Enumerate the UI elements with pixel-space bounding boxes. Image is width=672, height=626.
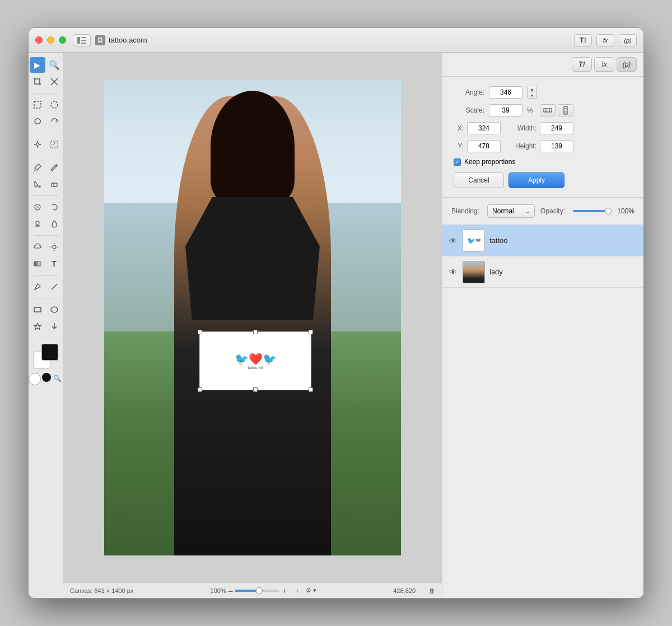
x-label: X: [454,124,464,132]
scale-row: Scale: % [454,104,632,116]
transform-tool[interactable] [46,74,62,90]
blending-label: Blending: [451,207,479,215]
star-shape-tool[interactable] [30,319,45,334]
width-label: Width: [511,124,536,132]
zoom-tool[interactable]: 🔍 [46,57,62,73]
add-layer-button[interactable]: + [296,587,299,594]
selection-handle-tr[interactable] [309,330,313,334]
rect-select-tool[interactable] [30,97,45,113]
layer-tattoo-thumbnail: 🐦❤ [463,230,485,252]
svg-rect-6 [34,101,41,108]
panel-header: T! fx (p) [442,53,643,77]
angle-decrement[interactable]: ▼ [528,92,536,98]
layer-lady-visibility[interactable]: 👁 [448,267,458,277]
action-row: Cancel Apply [454,172,632,188]
canvas-wrapper[interactable]: 🐦❤️🐦 tattoo art [63,53,442,582]
fill-tool[interactable] [30,176,45,192]
opacity-thumb[interactable] [605,208,612,214]
pen-tool[interactable] [30,279,45,295]
zoom-out-button[interactable]: – [228,586,233,595]
text-effects-button[interactable]: T! [572,57,592,72]
layer-tattoo-visibility[interactable]: 👁 [448,236,458,246]
status-bar: Canvas: 841 × 1400 px 100% – + + ⚙ ▾ 428… [63,582,442,598]
crop-tool[interactable] [30,74,45,90]
keep-proportions-row: ✓ Keep proportions [454,158,632,166]
svg-point-33 [51,307,58,312]
text-tool[interactable]: T [46,256,62,272]
selection-handle-br[interactable] [309,387,313,392]
opacity-slider[interactable] [573,210,609,212]
layer-tattoo[interactable]: 👁 🐦❤ tattoo [442,225,643,256]
settings-button[interactable]: ⚙ ▾ [306,587,316,594]
black-fill[interactable] [42,373,51,382]
width-group: Width: [511,122,573,134]
eraser-tool[interactable] [46,176,62,192]
delete-layer-button[interactable]: 🗑 [429,587,435,594]
color-swatches[interactable] [34,344,58,368]
gradient-tool[interactable] [30,256,45,272]
magnifier[interactable]: 🔍 [52,373,63,384]
width-input[interactable] [540,122,573,134]
sidebar-toggle-button[interactable] [73,34,91,46]
svg-rect-1 [81,37,86,38]
layer-lady[interactable]: 👁 lady [442,256,643,288]
scale-input[interactable] [489,104,522,116]
svg-marker-34 [34,323,41,330]
rect-shape-tool[interactable] [30,302,45,317]
close-button[interactable] [35,36,43,44]
stamp-tool[interactable] [30,216,45,232]
sun-tool[interactable] [46,239,62,255]
magic-select-tool[interactable] [46,137,62,152]
magnetic-lasso-tool[interactable] [46,114,62,129]
ellipse-shape-tool[interactable] [46,302,62,317]
burn-tool[interactable] [46,216,62,232]
color-circle[interactable] [29,373,41,385]
cloud-tool[interactable] [30,239,45,255]
blur-tool[interactable] [30,199,45,215]
canvas[interactable]: 🐦❤️🐦 tattoo art [104,80,401,555]
magic-wand-tool[interactable] [30,137,45,152]
tattoo-element[interactable]: 🐦❤️🐦 tattoo art [199,331,311,390]
scale-icons [540,104,573,116]
angle-increment[interactable]: ▲ [528,86,536,92]
scale-unit: % [527,106,533,114]
height-input[interactable] [540,140,573,152]
eyedropper-tool[interactable] [30,160,45,175]
ellipse-select-tool[interactable] [46,97,62,113]
apply-button[interactable]: Apply [508,172,564,188]
svg-rect-35 [544,109,552,112]
zoom-in-button[interactable]: + [282,586,286,595]
pointer-tool[interactable]: ▶ [30,57,45,73]
height-group: Height: [511,140,573,152]
properties-button[interactable]: (p) [617,57,637,72]
selection-handle-tl[interactable] [198,330,202,334]
scale-horizontal-button[interactable] [540,104,556,116]
scale-vertical-button[interactable] [558,104,573,116]
lasso-tool[interactable] [30,114,45,129]
angle-stepper[interactable]: ▲ ▼ [527,86,537,99]
text-panel-button[interactable]: T! [574,34,592,46]
selection-handle-bl[interactable] [198,387,202,392]
keep-proportions-checkbox[interactable]: ✓ [454,158,461,166]
foreground-color-swatch[interactable] [41,344,58,361]
minimize-button[interactable] [47,36,54,44]
blending-mode-value: Normal [492,207,514,215]
selection-handle-bm[interactable] [253,387,258,392]
xy-wh-row: X: Width: [454,122,632,134]
blending-mode-select[interactable]: Normal ⌄ [487,204,535,218]
cancel-button[interactable]: Cancel [454,172,504,188]
smudge-tool[interactable] [46,199,62,215]
pencil-tool[interactable] [46,160,62,175]
fx-button[interactable]: fx [594,57,614,72]
p-panel-button[interactable]: (p) [619,34,637,46]
fx-panel-button[interactable]: fx [596,34,614,46]
maximize-button[interactable] [59,36,66,44]
x-input[interactable] [467,122,501,134]
line-tool[interactable] [46,279,62,295]
y-input[interactable] [467,140,501,152]
angle-input[interactable] [489,86,522,99]
right-panel: T! fx (p) Angle: ▲ ▼ Scale: [442,53,643,598]
arrow-shape-tool[interactable] [46,319,62,334]
selection-handle-tm[interactable] [253,330,258,334]
zoom-slider[interactable] [235,590,279,592]
